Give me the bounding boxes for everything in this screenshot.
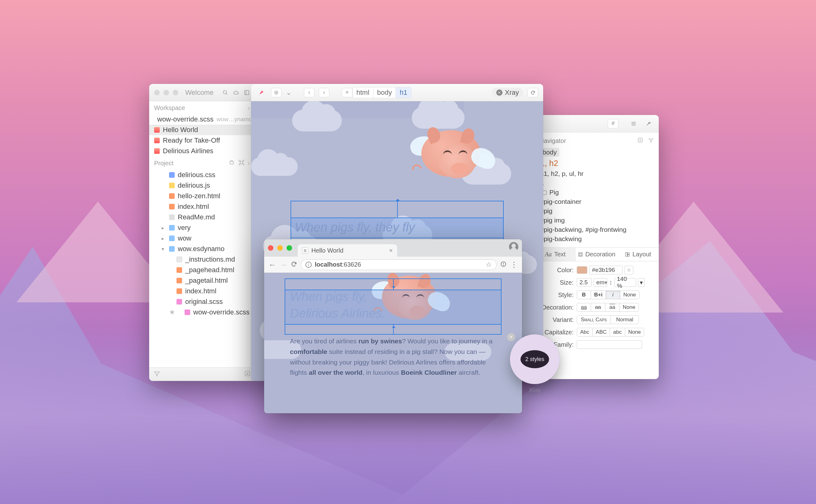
list-icon[interactable] bbox=[628, 119, 639, 128]
search-icon[interactable] bbox=[222, 88, 228, 97]
project-item[interactable]: ▸ very bbox=[149, 222, 255, 233]
disclosure-icon[interactable]: ▸ bbox=[162, 236, 166, 241]
selector-item[interactable]: #pig-container bbox=[540, 197, 653, 206]
selector-item[interactable]: #pig-backwing bbox=[540, 234, 653, 244]
selector-item[interactable]: a bbox=[540, 178, 653, 188]
filter-icon[interactable] bbox=[154, 370, 160, 378]
project-item[interactable]: ▸ wow bbox=[149, 233, 255, 244]
breadcrumb-body[interactable]: body bbox=[374, 87, 396, 98]
deco-underline[interactable]: aa bbox=[577, 303, 591, 312]
selector-item[interactable]: #pig-backwing, #pig-frontwing bbox=[540, 225, 653, 234]
cloud-icon[interactable] bbox=[233, 88, 239, 97]
workspace-item[interactable]: Hello World bbox=[149, 125, 255, 135]
plugin-icon[interactable] bbox=[229, 159, 235, 167]
hash-icon[interactable]: # bbox=[608, 119, 618, 128]
selector-item[interactable]: #pig img bbox=[540, 216, 653, 225]
color-picker-icon[interactable] bbox=[625, 266, 633, 274]
variant-normal[interactable]: Normal bbox=[611, 315, 639, 324]
bookmark-star-icon[interactable]: ☆ bbox=[486, 261, 492, 269]
cap-none[interactable]: None bbox=[625, 328, 644, 337]
chevron-down-icon[interactable]: ⌄ bbox=[286, 89, 291, 97]
minimize-light[interactable] bbox=[277, 245, 283, 251]
cap-lower[interactable]: abc bbox=[610, 328, 625, 337]
lineheight-unit[interactable]: ▾ bbox=[638, 278, 645, 287]
selector-item[interactable]: #pig bbox=[540, 206, 653, 216]
project-item[interactable]: _instructions.md bbox=[149, 254, 255, 265]
breadcrumb-close[interactable]: × bbox=[342, 88, 352, 97]
color-swatch[interactable] bbox=[577, 266, 587, 274]
xray-close-icon[interactable]: × bbox=[496, 89, 502, 96]
project-item[interactable]: ReadMe.md bbox=[149, 212, 255, 222]
style-italic[interactable]: i bbox=[606, 291, 620, 299]
style-none[interactable]: None bbox=[620, 291, 640, 299]
star-icon[interactable] bbox=[244, 370, 250, 378]
project-item[interactable]: index.html bbox=[149, 201, 255, 212]
workspace-item[interactable]: Delirious Airlines bbox=[149, 146, 255, 156]
tab-decoration[interactable]: Decoration bbox=[576, 248, 617, 261]
xray-bubble[interactable]: × 2 styles Xray bbox=[508, 334, 561, 396]
variant-smallcaps[interactable]: Small Caps bbox=[577, 315, 611, 324]
project-item[interactable]: index.html bbox=[149, 286, 255, 296]
focus-icon[interactable] bbox=[238, 159, 245, 167]
xray-pill[interactable]: × Xray bbox=[492, 88, 523, 98]
menu-icon[interactable]: ⋮ bbox=[510, 260, 518, 269]
add-selector-icon[interactable] bbox=[638, 137, 646, 144]
family-field[interactable] bbox=[577, 340, 642, 349]
project-item[interactable]: ★ wow-override.scss bbox=[149, 307, 255, 318]
reload-button[interactable] bbox=[528, 88, 538, 97]
project-item[interactable]: _pagehead.html bbox=[149, 265, 255, 275]
project-item[interactable]: _pagetail.html bbox=[149, 275, 255, 286]
project-item[interactable]: ▾ wow.esdynamo bbox=[149, 244, 255, 254]
wrench-icon[interactable] bbox=[643, 119, 654, 128]
disclosure-icon[interactable]: ▾ bbox=[162, 246, 166, 252]
url-field[interactable]: i localhost:63626 ☆ bbox=[301, 259, 497, 270]
reload-button[interactable] bbox=[291, 260, 297, 269]
site-info-icon[interactable]: i bbox=[305, 262, 312, 268]
deco-strike[interactable]: aa bbox=[591, 303, 605, 312]
size-value-field[interactable]: 2.5 bbox=[577, 278, 592, 287]
project-section-header[interactable]: Project › bbox=[149, 156, 255, 170]
tab-close-icon[interactable]: × bbox=[389, 247, 393, 254]
size-unit-select[interactable]: em▾ bbox=[594, 278, 607, 287]
close-light[interactable] bbox=[268, 245, 273, 251]
nav-forward-button[interactable]: → bbox=[280, 260, 287, 269]
zoom-light[interactable] bbox=[287, 245, 292, 251]
workspace-section-header[interactable]: Workspace › bbox=[149, 101, 255, 114]
breadcrumb-h1[interactable]: h1 bbox=[396, 87, 411, 98]
deco-none[interactable]: None bbox=[620, 303, 639, 312]
expand-icon[interactable] bbox=[244, 88, 250, 97]
breadcrumb-html[interactable]: html bbox=[352, 87, 374, 98]
chevron-right-icon: › bbox=[248, 104, 250, 112]
project-item[interactable]: delirious.js bbox=[149, 180, 255, 191]
filter-selectors-icon[interactable] bbox=[648, 137, 654, 144]
minimize-light[interactable] bbox=[163, 90, 169, 95]
extensions-icon[interactable] bbox=[500, 260, 507, 269]
cap-upper[interactable]: ABC bbox=[593, 328, 610, 337]
profile-avatar-icon[interactable] bbox=[509, 242, 518, 251]
close-light[interactable] bbox=[154, 90, 160, 95]
nav-forward-button[interactable]: › bbox=[319, 88, 329, 97]
workspace-item[interactable]: Ready for Take-Off bbox=[149, 135, 255, 146]
tab-layout[interactable]: Layout bbox=[617, 248, 659, 261]
zoom-light[interactable] bbox=[173, 90, 178, 95]
project-item[interactable]: delirious.css bbox=[149, 170, 255, 180]
nav-back-button[interactable]: ‹ bbox=[304, 88, 314, 97]
style-boldit[interactable]: B+i bbox=[591, 291, 606, 299]
browser-viewport[interactable]: When pigs fly, Delirious Airlines. Are y… bbox=[264, 273, 522, 413]
style-bold[interactable]: B bbox=[577, 291, 591, 299]
target-icon[interactable] bbox=[271, 88, 282, 97]
lineheight-field[interactable]: 140 % bbox=[614, 278, 636, 287]
deco-overline[interactable]: aa bbox=[605, 303, 620, 312]
nav-back-button[interactable]: ← bbox=[268, 260, 276, 269]
browser-tab[interactable]: 🗎 Hello World × bbox=[298, 244, 397, 257]
browser-window: 🗎 Hello World × ← → i localhost:63626 ☆ … bbox=[264, 239, 522, 413]
workspace-item[interactable]: wow-override.scss wow…ynamo bbox=[149, 114, 255, 125]
selector-item[interactable]: h1, h2, p, ul, hr bbox=[540, 169, 653, 178]
disclosure-icon[interactable]: ▸ bbox=[162, 225, 166, 231]
inspector-icon[interactable] bbox=[256, 88, 267, 97]
project-item[interactable]: original.scss bbox=[149, 296, 255, 307]
xray-close-icon[interactable]: × bbox=[507, 333, 515, 341]
color-hex-field[interactable]: #e3b196 bbox=[589, 266, 623, 274]
cap-title[interactable]: Abc bbox=[577, 328, 593, 337]
project-item[interactable]: hello-zen.html bbox=[149, 191, 255, 201]
